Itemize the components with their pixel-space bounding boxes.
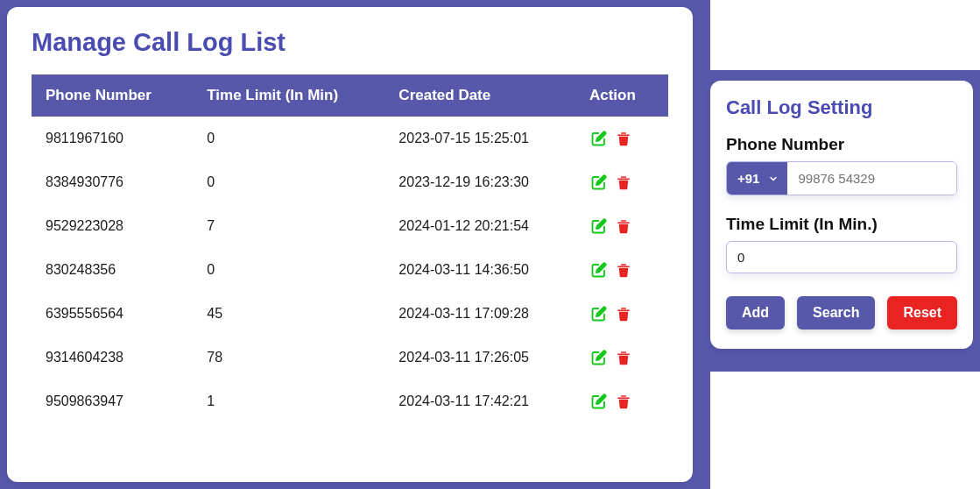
- country-code-select[interactable]: +91: [727, 162, 787, 195]
- cell-limit: 7: [193, 204, 384, 248]
- settings-title: Call Log Setting: [726, 96, 957, 119]
- cell-created: 2024-01-12 20:21:54: [384, 204, 575, 248]
- table-row: 83024835602024-03-11 14:36:50: [32, 248, 668, 292]
- cell-limit: 0: [193, 248, 384, 292]
- cell-created: 2024-03-11 14:36:50: [384, 248, 575, 292]
- cell-phone: 9314604238: [32, 336, 193, 379]
- reset-button[interactable]: Reset: [887, 296, 957, 330]
- settings-panel: Call Log Setting Phone Number +91 Time L…: [710, 81, 973, 349]
- cell-limit: 0: [193, 160, 384, 204]
- delete-icon[interactable]: [614, 392, 633, 411]
- add-button[interactable]: Add: [726, 296, 785, 330]
- cell-phone: 9811967160: [32, 117, 193, 160]
- cell-limit: 1: [193, 379, 384, 423]
- delete-icon[interactable]: [614, 173, 633, 192]
- country-code-value: +91: [737, 171, 759, 186]
- cell-created: 2024-03-11 17:42:21: [384, 379, 575, 423]
- col-limit: Time Limit (In Min): [193, 74, 384, 117]
- cell-action: [575, 248, 668, 292]
- cell-action: [575, 292, 668, 336]
- cell-action: [575, 117, 668, 160]
- main-panel: Manage Call Log List Phone Number Time L…: [7, 7, 693, 482]
- top-spacer: [710, 0, 980, 70]
- cell-action: [575, 204, 668, 248]
- cell-created: 2024-03-11 17:26:05: [384, 336, 575, 379]
- cell-limit: 78: [193, 336, 384, 379]
- edit-icon[interactable]: [589, 129, 609, 148]
- table-row: 952922302872024-01-12 20:21:54: [32, 204, 668, 248]
- time-limit-input[interactable]: [726, 241, 957, 273]
- search-button[interactable]: Search: [797, 296, 875, 330]
- edit-icon[interactable]: [589, 260, 609, 280]
- cell-limit: 45: [193, 292, 384, 336]
- col-created: Created Date: [384, 74, 575, 117]
- cell-created: 2023-12-19 16:23:30: [384, 160, 575, 204]
- bottom-spacer: [710, 372, 980, 489]
- cell-phone: 6395556564: [32, 292, 193, 336]
- edit-icon[interactable]: [589, 392, 609, 411]
- delete-icon[interactable]: [614, 348, 633, 367]
- cell-phone: 830248356: [32, 248, 193, 292]
- cell-action: [575, 160, 668, 204]
- cell-limit: 0: [193, 117, 384, 160]
- col-phone: Phone Number: [32, 74, 193, 117]
- table-row: 950986394712024-03-11 17:42:21: [32, 379, 668, 423]
- table-row: 981196716002023-07-15 15:25:01: [32, 117, 668, 160]
- delete-icon[interactable]: [614, 304, 633, 323]
- cell-action: [575, 379, 668, 423]
- call-log-table: Phone Number Time Limit (In Min) Created…: [32, 74, 668, 423]
- delete-icon[interactable]: [614, 260, 633, 280]
- delete-icon[interactable]: [614, 216, 633, 236]
- chevron-down-icon: [768, 174, 779, 184]
- cell-action: [575, 336, 668, 379]
- edit-icon[interactable]: [589, 304, 609, 323]
- edit-icon[interactable]: [589, 216, 609, 236]
- phone-input[interactable]: [787, 162, 957, 195]
- cell-phone: 8384930776: [32, 160, 193, 204]
- time-limit-label: Time Limit (In Min.): [726, 215, 957, 234]
- phone-label: Phone Number: [726, 135, 957, 154]
- delete-icon[interactable]: [614, 129, 633, 148]
- table-row: 838493077602023-12-19 16:23:30: [32, 160, 668, 204]
- cell-phone: 9529223028: [32, 204, 193, 248]
- table-row: 6395556564452024-03-11 17:09:28: [32, 292, 668, 336]
- cell-created: 2023-07-15 15:25:01: [384, 117, 575, 160]
- col-action: Action: [575, 74, 668, 117]
- cell-created: 2024-03-11 17:09:28: [384, 292, 575, 336]
- edit-icon[interactable]: [589, 348, 609, 367]
- edit-icon[interactable]: [589, 173, 609, 192]
- table-row: 9314604238782024-03-11 17:26:05: [32, 336, 668, 379]
- page-title: Manage Call Log List: [32, 28, 668, 57]
- cell-phone: 9509863947: [32, 379, 193, 423]
